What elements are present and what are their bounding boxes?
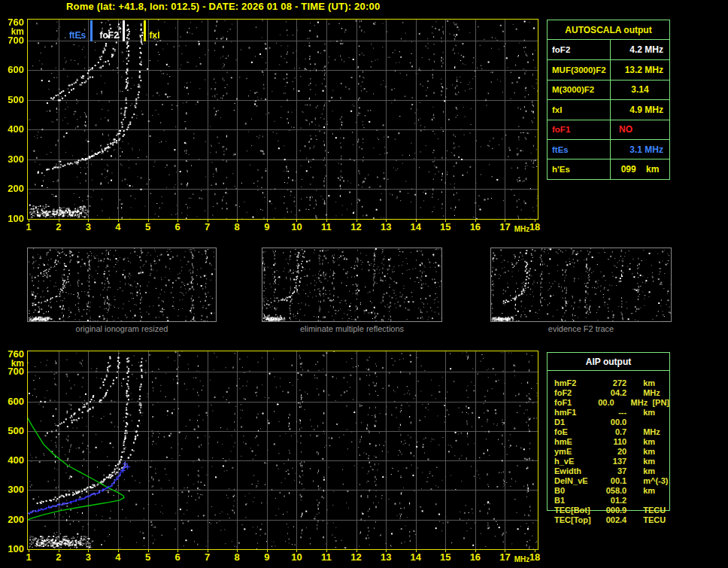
aip-param-label: TEC[Bot]: [554, 506, 596, 515]
x-axis-tick-mark: [386, 550, 387, 552]
x-axis-tick-label: 2: [49, 221, 68, 232]
x-axis-tick-label: 16: [466, 221, 485, 232]
aip-row-foE: foE0.7MHz: [548, 427, 669, 437]
autoscala-param-value: 13.2 MHz: [611, 60, 669, 79]
autoscala-param-value: 3.14: [611, 80, 669, 99]
autoscala-row-foF2: foF24.2 MHz: [548, 40, 669, 59]
autoscala-row-fxI: fxI4.9 MHz: [548, 99, 669, 119]
aip-row-B1: B101.2: [548, 496, 669, 506]
aip-output-table: AIP output hmF2272kmfoF204.2MHzfoF100.0M…: [547, 352, 670, 511]
x-axis-tick-mark: [177, 550, 178, 552]
autoscala-param-value: 099 km: [611, 159, 669, 178]
autoscala-row-h'Es: h'Es099 km: [548, 159, 669, 178]
x-axis-tick-mark: [535, 220, 535, 222]
x-axis-tick-mark: [177, 220, 178, 222]
x-axis-tick-mark: [296, 220, 297, 222]
x-axis-tick-label: 17: [495, 551, 514, 563]
autoscala-row-M(3000)F2: M(3000)F23.14: [548, 80, 669, 99]
aip-param-unit: km: [643, 378, 669, 388]
autoscala-table-title: AUTOSCALA output: [548, 20, 669, 40]
x-axis-tick-label: 11: [317, 551, 336, 563]
y-axis-tick-label: 600: [2, 396, 24, 407]
aip-param-value: 00.0: [596, 418, 626, 427]
x-axis-tick-label: 8: [227, 221, 247, 232]
aip-param-value: 137: [596, 457, 626, 466]
x-axis-tick-mark: [29, 550, 29, 552]
x-axis-tick-label: 9: [257, 551, 277, 563]
aip-param-value: ---: [596, 408, 626, 418]
aip-row-B0: B0058.0km: [548, 486, 669, 496]
x-axis-tick-label: 13: [376, 221, 396, 232]
eliminate-reflections-canvas: [262, 248, 441, 321]
aip-param-unit: MHz: [643, 388, 669, 398]
x-axis-tick-label: 12: [347, 551, 366, 563]
x-axis-tick-mark: [59, 220, 59, 222]
x-axis-tick-mark: [208, 550, 208, 552]
marker-label-ftEs: ftEs: [69, 30, 86, 41]
x-axis-tick-label: 4: [108, 551, 128, 563]
x-axis-tick-label: 17: [495, 221, 514, 232]
x-axis-tick-mark: [237, 220, 238, 222]
y-axis-tick-label: 400: [2, 454, 24, 466]
x-axis-tick-mark: [356, 550, 357, 552]
aip-param-value: 000.9: [596, 506, 626, 515]
aip-param-label: Ewidth: [554, 466, 596, 476]
x-axis-tick-mark: [88, 550, 89, 552]
aip-param-label: ymE: [554, 447, 596, 457]
y-axis-tick-label: 300: [2, 484, 24, 495]
x-axis-tick-mark: [535, 550, 535, 552]
x-axis-tick-mark: [475, 550, 476, 552]
x-axis-tick-label: 15: [435, 221, 455, 232]
x-axis-tick-mark: [445, 220, 446, 222]
x-axis-tick-label: 10: [287, 221, 306, 232]
aip-param-label: TEC[Top]: [554, 515, 596, 525]
x-axis-tick-label: 14: [406, 551, 426, 563]
y-axis-tick-label: 700: [2, 366, 24, 377]
aip-param-unit: MHz: [643, 427, 669, 437]
x-axis-tick-label: 10: [287, 551, 306, 563]
y-axis-tick-label: 500: [2, 94, 24, 105]
aip-param-unit: km: [643, 408, 669, 418]
panel-original-ionogram: [27, 248, 217, 322]
x-axis-tick-mark: [118, 220, 119, 222]
x-axis-tick-mark: [296, 550, 297, 552]
aip-param-value: 00.1: [596, 476, 626, 486]
autoscala-row-ftEs: ftEs3.1 MHz: [548, 139, 669, 159]
aip-param-label: foF2: [554, 388, 596, 398]
x-axis-unit-label: MHz: [514, 555, 530, 563]
aip-param-value: 0.7: [596, 427, 626, 437]
autoscala-row-MUF(3000)F2: MUF(3000)F213.2 MHz: [548, 59, 669, 79]
aip-param-label: h_vE: [554, 457, 596, 466]
x-axis-tick-mark: [416, 550, 417, 552]
x-axis-tick-mark: [505, 550, 505, 552]
x-axis-tick-label: 14: [406, 221, 426, 232]
aip-row-hmE: hmE110km: [548, 437, 669, 447]
aip-param-unit: TECU: [643, 515, 669, 525]
autoscala-param-label: fxI: [548, 100, 611, 119]
x-axis-tick-label: 5: [138, 551, 158, 563]
x-axis-tick-mark: [386, 220, 387, 222]
aip-param-label: hmF2: [554, 378, 596, 388]
x-axis-tick-mark: [267, 220, 268, 222]
x-axis-tick-mark: [505, 220, 505, 222]
marker-label-fxI: fxI: [150, 30, 160, 41]
aip-param-value: 00.0: [589, 398, 614, 408]
aip-param-label: foF1: [554, 398, 589, 408]
autoscala-param-label: M(3000)F2: [548, 80, 611, 99]
x-axis-tick-label: 1: [19, 221, 38, 232]
aip-param-label: hmE: [554, 437, 596, 447]
x-axis-tick-mark: [208, 220, 208, 222]
x-axis-tick-mark: [59, 550, 59, 552]
aip-table-title: AIP output: [548, 353, 669, 371]
aip-param-value: 002.4: [596, 515, 626, 525]
main-ionogram-canvas: [28, 20, 538, 219]
x-axis-tick-mark: [237, 550, 238, 552]
aip-param-unit: km: [643, 486, 669, 496]
x-axis-tick-mark: [148, 220, 149, 222]
aip-param-value: 272: [596, 378, 626, 388]
x-axis-tick-label: 6: [168, 551, 187, 563]
x-axis-tick-mark: [88, 220, 89, 222]
aip-row-DelN_vE: DelN_vE00.1m^(-3): [548, 476, 669, 486]
x-axis-tick-label: 8: [227, 551, 247, 563]
x-axis-tick-label: 6: [168, 221, 187, 232]
